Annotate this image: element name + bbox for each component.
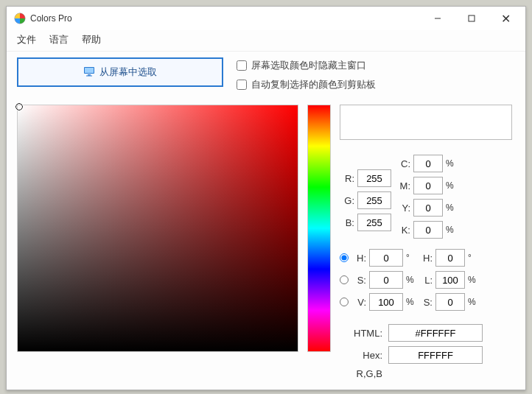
- app-window: Colors Pro ✕ 文件 语言 帮助 从屏幕中选取 屏幕选取颜色时隐藏主窗…: [6, 6, 526, 390]
- label-hex: Hex:: [340, 350, 382, 361]
- saturation-value-picker[interactable]: [17, 105, 298, 352]
- maximize-button[interactable]: [455, 8, 489, 29]
- label-y: Y:: [397, 203, 410, 214]
- close-button[interactable]: ✕: [489, 8, 522, 29]
- input-g[interactable]: [357, 191, 391, 209]
- label-hsl-l: L:: [419, 275, 433, 286]
- suffix-hsl-h: °: [468, 253, 478, 263]
- suffix-c: %: [446, 158, 456, 169]
- input-hsl-h[interactable]: [435, 249, 465, 267]
- checkbox-hide-main-window[interactable]: 屏幕选取颜色时隐藏主窗口: [237, 59, 376, 72]
- suffix-hsv-s: %: [406, 275, 416, 285]
- color-preview: [340, 105, 512, 140]
- label-c: C:: [397, 158, 410, 169]
- label-hsl-s: S:: [419, 297, 433, 308]
- svg-rect-4: [85, 68, 94, 73]
- label-hsv-s: S:: [351, 275, 366, 286]
- checkbox-hide-main-label: 屏幕选取颜色时隐藏主窗口: [251, 59, 366, 72]
- label-hsv-v: V:: [351, 297, 366, 308]
- checkbox-auto-copy[interactable]: 自动复制选择的颜色到剪贴板: [237, 78, 376, 91]
- suffix-hsv-h: °: [406, 253, 416, 263]
- menu-file[interactable]: 文件: [17, 33, 36, 46]
- svg-rect-2: [469, 15, 475, 21]
- input-html[interactable]: [388, 324, 483, 342]
- input-c[interactable]: [413, 155, 443, 172]
- radio-hsv-s[interactable]: [340, 275, 349, 284]
- input-hsv-v[interactable]: [369, 293, 403, 311]
- menu-language[interactable]: 语言: [49, 33, 69, 46]
- checkbox-hide-main-input[interactable]: [237, 60, 247, 71]
- label-k: K:: [397, 225, 410, 236]
- suffix-hsv-v: %: [406, 297, 416, 307]
- content: 从屏幕中选取 屏幕选取颜色时隐藏主窗口 自动复制选择的颜色到剪贴板: [7, 52, 525, 390]
- menu-help[interactable]: 帮助: [82, 33, 101, 46]
- label-html: HTML:: [340, 328, 382, 339]
- pick-from-screen-label: 从屏幕中选取: [99, 66, 157, 79]
- checkbox-auto-copy-label: 自动复制选择的颜色到剪贴板: [251, 78, 376, 91]
- label-r: R:: [340, 173, 354, 184]
- label-hsl-h: H:: [419, 253, 433, 264]
- input-hsv-s[interactable]: [369, 271, 403, 289]
- input-k[interactable]: [413, 221, 443, 239]
- input-hsl-l[interactable]: [435, 271, 465, 289]
- sv-cursor: [15, 103, 23, 110]
- suffix-hsl-s: %: [468, 297, 478, 307]
- label-b: B:: [340, 217, 354, 228]
- input-hsl-s[interactable]: [435, 293, 465, 311]
- menubar: 文件 语言 帮助: [7, 30, 525, 52]
- label-rgb: R,G,B: [340, 368, 382, 379]
- suffix-m: %: [446, 180, 456, 191]
- label-g: G:: [340, 195, 354, 206]
- window-title: Colors Pro: [30, 13, 421, 24]
- pick-from-screen-button[interactable]: 从屏幕中选取: [17, 57, 223, 87]
- suffix-y: %: [446, 203, 456, 213]
- input-r[interactable]: [357, 169, 391, 187]
- input-hex[interactable]: [388, 346, 483, 364]
- label-hsv-h: H:: [351, 253, 366, 264]
- monitor-icon: [83, 66, 95, 79]
- svg-rect-5: [88, 74, 91, 76]
- input-y[interactable]: [413, 199, 443, 217]
- input-m[interactable]: [413, 177, 443, 194]
- app-icon: [14, 13, 26, 24]
- input-hsv-h[interactable]: [369, 249, 403, 267]
- minimize-button[interactable]: [421, 8, 455, 29]
- suffix-k: %: [446, 225, 456, 235]
- radio-hsv-v[interactable]: [340, 298, 349, 306]
- radio-hsv-h[interactable]: [340, 253, 349, 262]
- label-m: M:: [397, 180, 410, 191]
- checkbox-auto-copy-input[interactable]: [237, 80, 247, 90]
- hue-slider[interactable]: [307, 105, 331, 352]
- suffix-hsl-l: %: [468, 275, 478, 285]
- input-b[interactable]: [357, 214, 391, 231]
- svg-rect-6: [86, 75, 92, 76]
- titlebar: Colors Pro ✕: [7, 7, 525, 30]
